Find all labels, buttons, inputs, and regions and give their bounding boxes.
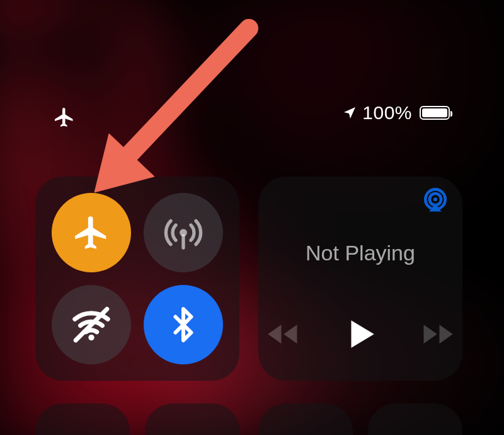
now-playing-title: Not Playing: [258, 241, 462, 265]
control-tile-partial[interactable]: [368, 403, 462, 435]
control-tile-partial[interactable]: [145, 403, 239, 435]
bluetooth-toggle[interactable]: [144, 285, 223, 364]
wifi-toggle[interactable]: [52, 285, 131, 364]
cellular-toggle[interactable]: [144, 193, 223, 272]
media-module[interactable]: Not Playing: [258, 177, 462, 381]
location-indicator-icon: [342, 105, 357, 120]
connectivity-module[interactable]: [35, 177, 239, 381]
status-bar-right: 100%: [342, 102, 450, 124]
control-tile-partial[interactable]: [258, 403, 353, 435]
airplay-icon[interactable]: [422, 187, 449, 213]
airplane-status-icon: [53, 106, 76, 129]
next-track-button[interactable]: [419, 315, 457, 353]
control-tile-partial[interactable]: [35, 403, 130, 435]
play-button[interactable]: [342, 316, 379, 352]
svg-point-6: [433, 197, 437, 201]
previous-track-button[interactable]: [264, 315, 302, 353]
svg-line-7: [123, 28, 249, 161]
battery-percent-text: 100%: [362, 102, 412, 124]
airplane-toggle[interactable]: [52, 193, 131, 272]
svg-point-2: [88, 335, 94, 340]
battery-icon: [420, 106, 450, 120]
